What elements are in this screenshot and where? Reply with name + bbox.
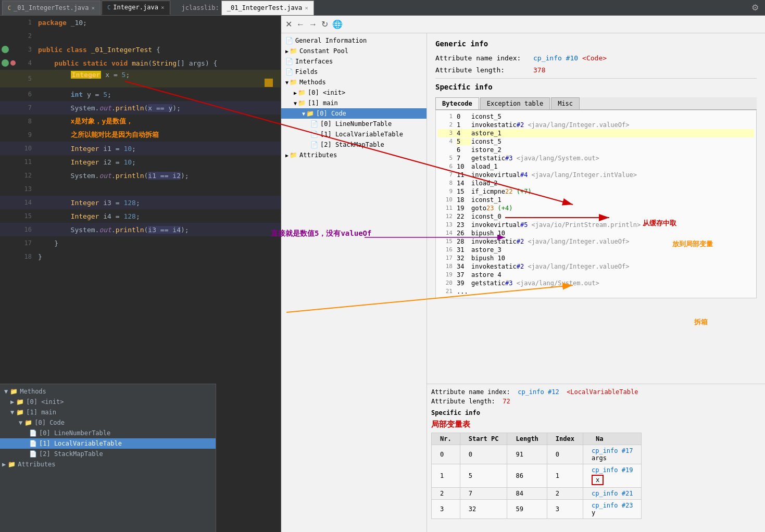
close-button[interactable]: ✕ xyxy=(285,19,292,29)
editor-line-2: 2 xyxy=(0,29,281,43)
item-label: [0] Code xyxy=(34,419,65,426)
tree-item-methods[interactable]: ▼ 📁 Methods xyxy=(0,386,216,397)
run-button[interactable] xyxy=(2,46,9,53)
line-content: System.out.println(i1 == i2); xyxy=(36,171,281,181)
tab-close-icon[interactable]: × xyxy=(305,5,308,11)
bc-ref[interactable]: #2 xyxy=(517,121,524,129)
editor-line-14: 14 Integer i3 = 128; xyxy=(0,196,281,209)
refresh-button[interactable]: ↻ xyxy=(321,19,328,29)
bc-line-3: 3 4 astore_1 xyxy=(438,129,754,137)
line-annotation: x是对象，y是数值， xyxy=(36,116,281,127)
bc-ref[interactable]: #5 xyxy=(520,221,528,229)
specific-info-title: Specific info xyxy=(435,83,757,91)
bc-line-4: 4 5 iconst_5 xyxy=(438,137,754,146)
tree-general-info[interactable]: 📄 General Information xyxy=(281,35,427,46)
line-content: } xyxy=(36,238,281,248)
misc-tab[interactable]: Misc xyxy=(551,97,580,109)
cell-index: 0 xyxy=(547,445,583,464)
tree-item-main[interactable]: ▼ 📁 [1] main xyxy=(0,407,216,417)
bc-line-9: 8 14 iload_2 xyxy=(438,179,754,187)
tree-item-localvariabletable[interactable]: 📄 [1] LocalVariableTable xyxy=(0,438,216,449)
tree-item-attributes[interactable]: ▶ 📁 Attributes xyxy=(0,459,216,470)
item-label: [0] LineNumberTable xyxy=(320,120,392,128)
editor-line-16: 16 System.out.println(i3 == i4); xyxy=(0,223,281,236)
java-file-icon: C xyxy=(8,5,11,11)
tree-localvariabletable[interactable]: 📄 [1] LocalVariableTable xyxy=(281,129,427,140)
line-content: Integer i3 = 128; xyxy=(36,198,281,208)
cell-length: 84 xyxy=(507,488,547,500)
web-button[interactable]: 🌐 xyxy=(332,19,343,29)
tree-code[interactable]: ▼ 📁 [0] Code xyxy=(281,108,427,119)
cell-length: 59 xyxy=(507,500,547,519)
tree-attributes[interactable]: ▶ 📁 Attributes xyxy=(281,150,427,160)
tree-init[interactable]: ▶ 📁 [0] <init> xyxy=(281,87,427,98)
cp-link[interactable]: cp_info #17 xyxy=(592,447,633,454)
tab-jclasslib[interactable]: _01_IntegerTest.java × xyxy=(221,1,314,15)
exception-table-tab[interactable]: Exception table xyxy=(480,97,550,109)
folder-icon: 📁 xyxy=(24,419,32,426)
line-content: System.out.println(x == y); xyxy=(36,103,281,113)
cell-start-pc: 5 xyxy=(460,464,507,488)
cp-link[interactable]: cp_info #19 xyxy=(592,466,633,474)
attr-name-label2: Attribute name index: xyxy=(431,388,514,396)
tree-item-stackmaptable[interactable]: 📄 [2] StackMapTable xyxy=(0,449,216,459)
cell-index: 2 xyxy=(547,488,583,500)
cell-name: cp_info #23y xyxy=(583,500,641,519)
bc-line-5: 6 istore_2 xyxy=(438,146,754,154)
bytecode-tab[interactable]: Bytecode xyxy=(435,97,479,109)
item-label: [2] StackMapTable xyxy=(320,141,384,148)
folder-icon: 📁 xyxy=(8,461,16,468)
bc-ref[interactable]: #2 xyxy=(517,263,524,270)
cp-link[interactable]: cp_info #21 xyxy=(592,490,633,497)
cell-length: 86 xyxy=(507,464,547,488)
attr-name-link[interactable]: cp_info #10 xyxy=(533,54,578,62)
line-number: 3 xyxy=(18,46,36,53)
tree-methods[interactable]: ▼ 📁 Methods xyxy=(281,77,427,87)
editor-line-1: 1 package _10; xyxy=(0,16,281,29)
bc-ref[interactable]: #3 xyxy=(505,155,512,162)
item-label: [0] <init> xyxy=(308,89,345,96)
run-button[interactable] xyxy=(2,59,9,67)
tab-integer-java[interactable]: C Integer.java × xyxy=(102,1,170,15)
tree-stackmaptable[interactable]: 📄 [2] StackMapTable xyxy=(281,140,427,150)
bc-line-21: 20 39 getstatic #3 <java/lang/System.out… xyxy=(438,279,754,287)
line-number: 17 xyxy=(18,239,36,247)
tree-linenumbertable[interactable]: 📄 [0] LineNumberTable xyxy=(281,119,427,129)
settings-button[interactable]: ⚙ xyxy=(747,1,763,15)
tree-fields[interactable]: 📄 Fields xyxy=(281,67,427,77)
tab-close-icon[interactable]: × xyxy=(161,4,165,11)
attr-length-label: Attribute length: xyxy=(435,66,529,74)
tree-interfaces[interactable]: 📄 Interfaces xyxy=(281,56,427,67)
attr-length-label2: Attribute length: xyxy=(431,398,499,405)
cp-link[interactable]: cp_info #23 xyxy=(592,502,633,509)
tree-item-code[interactable]: ▼ 📁 [0] Code xyxy=(0,417,216,428)
bc-ref[interactable]: #2 xyxy=(517,238,524,245)
tree-item-linenumbertable[interactable]: 📄 [0] LineNumberTable xyxy=(0,428,216,438)
tree-item-init[interactable]: ▶ 📁 [0] <init> xyxy=(0,397,216,407)
attr-name-link2[interactable]: cp_info #12 xyxy=(518,388,559,396)
jclasslib-panel: ✕ ← → ↻ 🌐 📄 General Information ▶ 📁 C xyxy=(281,16,765,532)
forward-button[interactable]: → xyxy=(309,20,317,29)
line-content: Integer x = 5; xyxy=(36,70,281,87)
bc-ref[interactable]: #4 xyxy=(520,171,528,179)
bottom-info-panel: Attribute name index: cp_info #12 <Local… xyxy=(427,384,765,532)
line-content xyxy=(36,31,281,41)
line-number: 15 xyxy=(18,212,36,220)
local-var-annotation: 放到局部变量 xyxy=(672,239,713,249)
col-length: Length xyxy=(507,433,547,445)
editor-line-6: 6 int y = 5; xyxy=(0,87,281,101)
folder-icon: 📁 xyxy=(16,398,24,406)
back-button[interactable]: ← xyxy=(296,20,305,29)
item-label: Attributes xyxy=(18,461,55,468)
tree-constant-pool[interactable]: ▶ 📁 Constant Pool xyxy=(281,46,427,56)
item-label: [1] LocalVariableTable xyxy=(39,440,122,447)
bc-ref[interactable]: #3 xyxy=(505,280,512,287)
specific-info-title2: Specific info xyxy=(431,409,761,416)
tree-main[interactable]: ▼ 📁 [1] main xyxy=(281,98,427,108)
tab-close-icon[interactable]: × xyxy=(92,5,95,11)
line-number: 5 xyxy=(18,75,36,82)
tab-integer-test[interactable]: C _01_IntegerTest.java × xyxy=(2,1,101,15)
line-number: 8 xyxy=(18,118,36,125)
bc-line-8: 7 11 invokevirtual #4 <java/lang/Integer… xyxy=(438,171,754,179)
folder-icon: 📁 xyxy=(290,151,297,159)
